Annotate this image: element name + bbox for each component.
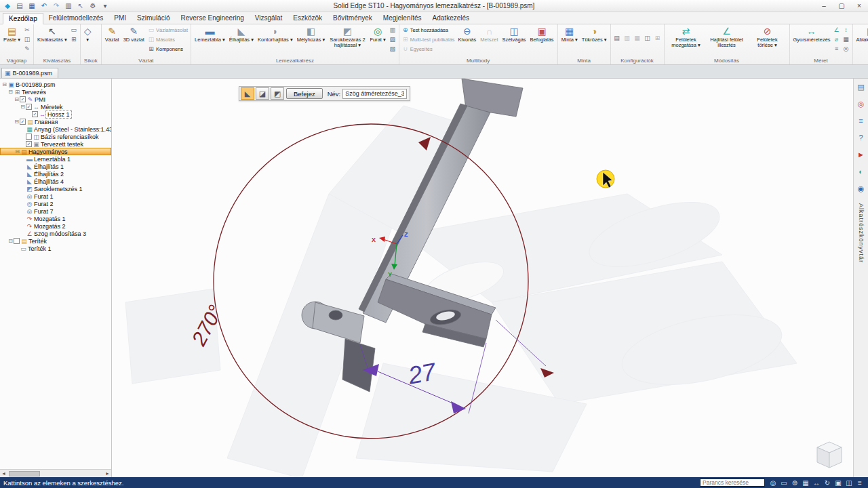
tree-checkbox[interactable]	[14, 238, 20, 244]
minimize-button[interactable]: –	[815, 0, 833, 12]
expand-toggle-icon[interactable]: ⊟	[7, 238, 14, 244]
expand-toggle-icon[interactable]: ⊟	[14, 148, 20, 155]
tree-item-b-zis-referencias-kok[interactable]: ◫Bázis referenciasíkok	[0, 133, 111, 140]
maximize-button[interactable]: ▢	[833, 0, 850, 12]
save-icon[interactable]: ▦	[27, 1, 37, 11]
format-painter-button[interactable]: ✎	[23, 44, 31, 54]
web-browser-icon[interactable]: ◉	[856, 184, 866, 194]
tab-feature-button[interactable]: ▬Lemeztábla ▾	[193, 25, 226, 43]
fit-view-icon[interactable]: ▦	[801, 479, 810, 487]
flange-option-full-width-button[interactable]: ◣	[241, 87, 254, 100]
rotate-view-icon[interactable]: ↻	[823, 479, 832, 487]
tree-checkbox[interactable]: ✓	[20, 119, 26, 125]
copy-button[interactable]: ◫	[23, 35, 31, 44]
component-button[interactable]: ⊞Komponens	[147, 44, 189, 54]
tree-item-furat-7[interactable]: ◎Furat 7	[0, 207, 111, 215]
tab-adatkezel-s[interactable]: Adatkezelés	[427, 13, 475, 24]
tab-fel-letmodellez-s[interactable]: Felületmodellezés	[43, 13, 109, 24]
length-dimension-text[interactable]: 27	[406, 357, 439, 390]
dim-probe-button[interactable]: ◎	[842, 44, 850, 54]
select-options-button[interactable]: ▭	[70, 25, 78, 35]
tree-checkbox[interactable]	[26, 134, 32, 140]
dim-style-button[interactable]: ▦	[842, 35, 850, 44]
document-tab[interactable]: ▣ B-001989.psm	[1, 68, 58, 78]
help-icon[interactable]: ?	[856, 133, 866, 143]
tree-item-ter-t-k-1[interactable]: ▭Teríték 1	[0, 245, 111, 252]
tree-item-lhajl-t-s-1[interactable]: ◣Élhajlítás 1	[0, 163, 111, 170]
mirror-button[interactable]: ◑Tükrözés ▾	[580, 25, 608, 43]
flange-button[interactable]: ◣Élhajlítás ▾	[228, 25, 255, 43]
angle-dim-button[interactable]: ∠	[833, 25, 841, 35]
app-logo-icon[interactable]: ◆	[3, 1, 12, 11]
zoom-area-icon[interactable]: ▭	[779, 479, 789, 487]
split-body-button[interactable]: ◫Szétvágás	[501, 25, 528, 43]
match-bend-face-button[interactable]: ∠Hajlítási felület illesztés	[707, 25, 747, 49]
view-styles-icon[interactable]: ◫	[844, 479, 854, 487]
expand-toggle-icon[interactable]: ⊟	[14, 96, 20, 102]
named-views-icon[interactable]: ▣	[833, 479, 843, 487]
tree-checkbox[interactable]: ✓	[20, 96, 26, 102]
tree-item-saroklemetsz-s-1[interactable]: ◩Saroklemetszés 1	[0, 185, 111, 192]
tab-szimul-ci[interactable]: Szimuláció	[132, 13, 175, 24]
select-button[interactable]: ↖Kiválasztás ▾	[36, 25, 68, 43]
config4-button[interactable]: ◫	[644, 33, 652, 43]
sheetmetal-extra3-button[interactable]: ▧	[389, 44, 397, 54]
command-finder-icon[interactable]: ◎	[856, 99, 866, 109]
feature-name-input[interactable]	[342, 89, 407, 99]
contour-flange-button[interactable]: ◗Kontúrhajlítás ▾	[256, 25, 294, 43]
finish-button[interactable]: Befejez	[286, 88, 323, 99]
tab-eszk-z-k[interactable]: Eszközök	[288, 13, 328, 24]
config1-button[interactable]: ▤	[613, 33, 621, 43]
viewport-3d[interactable]: 270° 27 X Z Y	[112, 79, 853, 477]
layers-icon[interactable]: ≡	[856, 116, 866, 126]
dim-list-button[interactable]: ≡	[833, 44, 841, 54]
tree-item-[interactable]: ⊟✓▤Главная	[0, 118, 111, 125]
scroll-right-icon[interactable]: ►	[104, 471, 111, 476]
tab-b-v-tm-nyek[interactable]: Bővítmények	[328, 13, 378, 24]
subtract-button[interactable]: ⊖Kivonás	[457, 25, 478, 43]
tab-megjelen-t-s[interactable]: Megjelenítés	[378, 13, 427, 24]
tree-item-mozgat-s-1[interactable]: ↷Mozgatás 1	[0, 215, 111, 222]
pattern-button[interactable]: ▦Minta ▾	[560, 25, 579, 43]
tree-item-furat-2[interactable]: ◎Furat 2	[0, 200, 111, 207]
copy-sketch-button[interactable]: ◫Másolás	[147, 35, 189, 44]
distance-dim-button[interactable]: ↕	[842, 25, 850, 35]
tree-item-tervezett-testek[interactable]: ✓▣Tervezett testek	[0, 140, 111, 148]
tree-item-hagyom-nyos[interactable]: ⊟▤Hagyományos	[0, 148, 111, 155]
settings-icon[interactable]: ⚙	[88, 1, 98, 11]
expand-toggle-icon[interactable]: ⊟	[20, 104, 26, 110]
tree-checkbox[interactable]: ✓	[26, 104, 32, 110]
pathfinder-hscrollbar[interactable]: ◄ ►	[0, 469, 111, 477]
close-corner-button[interactable]: ◩Sarokbezárás 2 hajlítással ▾	[328, 25, 367, 49]
config2-button[interactable]: ▥	[623, 33, 631, 43]
part-left-hole[interactable]	[329, 310, 342, 320]
dimple-button[interactable]: ◧Mélyhúzás ▾	[296, 25, 327, 43]
union-button[interactable]: ∪Egyesítés	[401, 44, 456, 54]
tree-checkbox[interactable]: ✓	[32, 111, 38, 117]
config3-button[interactable]: ▦	[633, 33, 642, 43]
sensors-icon[interactable]: ◐	[856, 167, 866, 177]
tree-checkbox[interactable]: ✓	[26, 141, 32, 147]
prompt-bar-icon[interactable]: ▤	[856, 82, 866, 92]
add-body-button[interactable]: ⊕Test hozzáadása	[401, 25, 456, 35]
tree-item-b-001989-psm[interactable]: ⊟▣B-001989.psm	[0, 81, 111, 88]
tree-item-ter-t-k[interactable]: ⊟▤Teríték	[0, 237, 111, 245]
zoom-icon[interactable]: ⊕	[790, 479, 800, 487]
diameter-dim-button[interactable]: ⌀	[833, 35, 841, 44]
paste-button[interactable]: ▤Paste ▾	[2, 25, 22, 43]
command-assistant-icon[interactable]: ◎	[768, 479, 778, 487]
app-menu-icon[interactable]: ▤	[15, 1, 24, 11]
move-faces-button[interactable]: ⇄Felületek mozgatása ▾	[667, 25, 706, 49]
tree-item-lhajl-t-s-2[interactable]: ◣Élhajlítás 2	[0, 170, 111, 178]
tab-pmi[interactable]: PMI	[108, 13, 132, 24]
expand-toggle-icon[interactable]: ⊟	[14, 119, 20, 125]
sheetmetal-extra1-button[interactable]: ▥	[389, 25, 397, 35]
expand-toggle-icon[interactable]: ⊟	[1, 81, 7, 87]
flange-option-ends-button[interactable]: ◩	[271, 87, 284, 100]
tree-item-sz-g-m-dos-t-sa-3[interactable]: ∠Szög módosítása 3	[0, 230, 111, 237]
window-split-icon[interactable]: ≡	[855, 479, 865, 487]
command-search-input[interactable]	[700, 479, 765, 487]
cut-button[interactable]: ✂	[23, 25, 31, 35]
publish-multibody-button[interactable]: ⊞Multi-test publikálás	[401, 35, 456, 44]
tree-item-m-retek[interactable]: ⊟✓↔Méretek	[0, 103, 111, 110]
